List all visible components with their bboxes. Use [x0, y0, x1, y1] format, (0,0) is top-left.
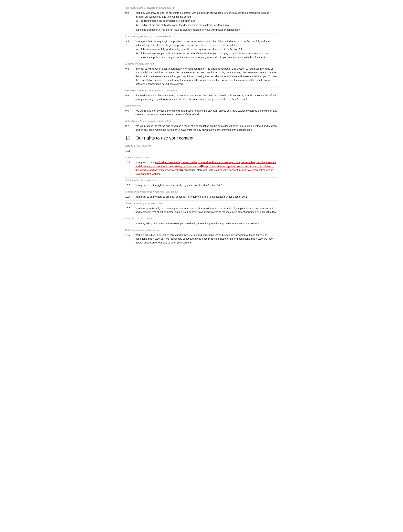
- sub-label: (b): [135, 52, 140, 59]
- clause-num: 9.3: [125, 39, 135, 59]
- clause-num: 9.6: [125, 109, 135, 116]
- clause-content: Without prejudice to our other rights un…: [135, 233, 278, 245]
- sub-label: (a): [135, 19, 140, 23]
- chapter-heading: 10.Our rights to use your content: [125, 135, 278, 141]
- sub-label: (a): [135, 47, 140, 51]
- clause-main-text: If you withdraw an offer to contract, or…: [135, 94, 278, 101]
- clause-row: 9.7We will process the refund due to you…: [125, 124, 278, 132]
- section-header-s9_refund_method_header: Refund method: [125, 103, 278, 108]
- clause-content: If you withdraw an offer to contract, or…: [135, 94, 278, 101]
- red-circle-icon: [180, 169, 183, 171]
- clause-row: 9.5If you withdraw an offer to contract,…: [125, 94, 278, 101]
- clause-main-text: Without prejudice to our other rights un…: [135, 233, 278, 245]
- clause-row: 10.7Without prejudice to our other right…: [125, 233, 278, 245]
- clause-content: You grant to us the right to sub-license…: [135, 183, 278, 187]
- section-header-s10_delete_header: Delete etc user content on breach: [125, 227, 278, 233]
- clause-row: 9.2You may withdraw an offer to enter in…: [125, 11, 278, 32]
- sub-item: (b)ending at the end of 14 days after th…: [135, 23, 278, 27]
- clause-content: You may edit your content to the extent …: [135, 222, 278, 226]
- clause-main-text: You grant to us the right to bring an ac…: [135, 195, 278, 199]
- section-header-s9_consumer_header: Consumer agreement to provision of servi…: [125, 33, 278, 39]
- clause-content: You may withdraw an offer to enter into …: [135, 11, 278, 32]
- clause-num: 10.2: [125, 160, 135, 176]
- section-header-s10_edit_header: User may edit own content: [125, 216, 278, 221]
- clause-content-rich: You grant to us a worldwide, irrevocable…: [135, 160, 278, 176]
- section-header-s10_sublicensing_header: Sub-licensing of user content: [125, 177, 278, 183]
- section-header-s9_refund_timing_header: Refund timing for services and digital c…: [125, 118, 278, 123]
- section-header-s10_waiver_header: Waiver of moral rights in user content: [125, 201, 278, 206]
- clause-num: 10.4: [125, 195, 135, 199]
- clause-content: You agree that we may begin the provisio…: [135, 39, 278, 59]
- clause-num: 9.7: [125, 124, 135, 132]
- section-header-s9_cancel_right_header: Cancellation right for services and digi…: [125, 5, 278, 10]
- clause-main-text: In order to withdraw an offer to contrac…: [135, 67, 278, 86]
- clause-row: 10.5You hereby waive all your moral righ…: [125, 206, 278, 214]
- clause-row: 9.4In order to withdraw an offer to cont…: [125, 67, 278, 86]
- normal-text: reproduce, store and,: [183, 168, 209, 171]
- sub-content: if the services are fully performed, you…: [140, 47, 278, 51]
- clause-main-text: We will process the refund due to you as…: [135, 124, 278, 132]
- clause-content: [135, 149, 278, 153]
- clause-num: 10.7: [125, 233, 135, 245]
- chapter-num: 10.: [125, 135, 135, 141]
- clause-content: We will process the refund due to you as…: [135, 124, 278, 132]
- clause-content: You grant to us the right to bring an ac…: [135, 195, 278, 199]
- clause-main-text: You grant to us the right to sub-license…: [135, 183, 278, 187]
- sub-content: if the services are partially performed …: [140, 52, 278, 59]
- section-header-s10_licence_header: Licence of user content: [125, 155, 278, 160]
- clause-row-rich: 10.2You grant to us a worldwide, irrevoc…: [125, 160, 278, 176]
- normal-text: You grant to us a: [135, 161, 155, 164]
- clause-main-text: You agree that we may begin the provisio…: [135, 39, 278, 47]
- clause-num: 10.1: [125, 149, 135, 153]
- section-header-s9_refund_distance_header: Refund upon services distance contract c…: [125, 88, 278, 93]
- chapter-title: Our rights to use your content: [135, 135, 194, 141]
- section-header-s9_exercise_header: Exercise of cancellation right: [125, 61, 278, 66]
- clause-main-text: You may withdraw an offer to enter into …: [135, 11, 278, 19]
- clause-num: 9.2: [125, 11, 135, 32]
- clause-num: 10.6: [125, 222, 135, 226]
- clause-row: 9.3You agree that we may begin the provi…: [125, 39, 278, 59]
- sub-item: (a)beginning upon the submission of your…: [135, 19, 278, 23]
- sub-label: (b): [135, 23, 140, 27]
- clause-content: You hereby waive all your moral rights i…: [135, 206, 278, 214]
- section-header-s10_definition_header: Definition of user content: [125, 143, 278, 148]
- clause-main-text: We will refund money using the same meth…: [135, 109, 278, 116]
- clause-row: 10.1: [125, 149, 278, 153]
- clause-num: 9.5: [125, 94, 135, 101]
- clause-content: In order to withdraw an offer to contrac…: [135, 67, 278, 86]
- sub-item: (b)if the services are partially perform…: [135, 52, 278, 59]
- clause-num: 10.5: [125, 206, 135, 214]
- clause-row: 10.3You grant to us the right to sub-lic…: [125, 183, 278, 187]
- clause-num: 10.3: [125, 183, 135, 187]
- clause-row: 9.6We will refund money using the same m…: [125, 109, 278, 116]
- red-circle-icon: [200, 165, 203, 168]
- clause-num: 9.4: [125, 67, 135, 86]
- sub-content: beginning upon the submission of your of…: [140, 19, 278, 23]
- clause-footer: subject to Section 9.3. You do not have …: [135, 28, 278, 32]
- clause-rich-text: You grant to us a worldwide, irrevocable…: [135, 160, 278, 176]
- section-header-s10_proceedings_header: Right to bring proceedings in respect of…: [125, 189, 278, 194]
- clause-content: We will refund money using the same meth…: [135, 109, 278, 116]
- clause-main-text: You may edit your content to the extent …: [135, 222, 278, 226]
- clause-row: 10.6You may edit your content to the ext…: [125, 222, 278, 226]
- sub-item: (a)if the services are fully performed, …: [135, 47, 278, 51]
- clause-row: 10.4You grant to us the right to bring a…: [125, 195, 278, 199]
- clause-main-text: You hereby waive all your moral rights i…: [135, 206, 278, 214]
- sub-content: ending at the end of 14 days after the d…: [140, 23, 278, 27]
